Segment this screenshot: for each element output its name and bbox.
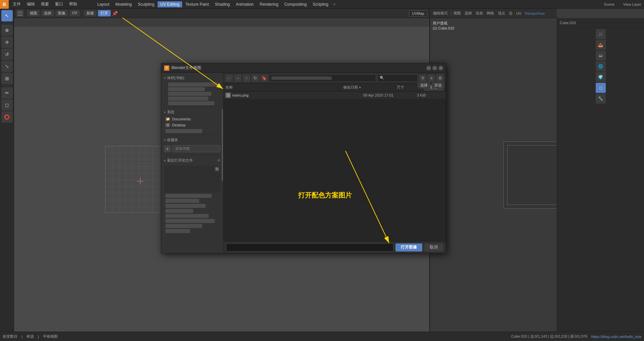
add-bookmark-btn[interactable]: + <box>164 146 171 152</box>
measure-tool-btn[interactable]: ◻ <box>1 99 13 111</box>
tab-modeling[interactable]: Modeling <box>113 1 135 7</box>
empty-row-19 <box>223 232 446 239</box>
empty-row-6 <box>223 136 446 143</box>
back-btn[interactable]: ← <box>225 74 233 82</box>
dialog-minimize-btn[interactable]: — <box>426 66 431 70</box>
refresh-btn[interactable]: ↻ <box>252 74 259 82</box>
path-bar[interactable] <box>269 74 376 82</box>
mesh3d-btn[interactable]: 网格 <box>485 10 495 16</box>
rotate-tool-btn[interactable]: ↺ <box>1 49 13 60</box>
tab-sculpting[interactable]: Sculpting <box>135 1 157 7</box>
prop-modifier-btn[interactable]: 🔧 <box>596 94 606 104</box>
retopoflow-btn[interactable]: RetopoFlow <box>524 11 546 16</box>
tab-animation[interactable]: Animation <box>233 1 256 7</box>
transform-tool-btn[interactable]: ⊞ <box>1 73 13 84</box>
forward-btn[interactable]: → <box>234 74 241 82</box>
file-row-mario[interactable]: 🖼 mario.png 09 Apr 2020 17:01 3 KiB <box>223 92 446 99</box>
desktop-label: Desktop <box>172 123 185 127</box>
menu-help[interactable]: 帮助 <box>66 1 80 8</box>
edit-mode-btn[interactable]: 编辑模式 <box>431 10 450 16</box>
tab-uv-editing[interactable]: UV Editing <box>158 1 182 7</box>
cancel-btn[interactable]: 取消 <box>424 243 443 251</box>
desktop-item[interactable]: 🖥 Desktop <box>161 122 223 128</box>
select-action-btn[interactable]: 选择 <box>418 82 430 89</box>
empty-row-10 <box>223 165 446 173</box>
recent-section-header[interactable]: ▾ 最近打开的文件 ✕ <box>161 157 223 164</box>
file-dialog: B Blender文件视图 — □ ✕ ▾ 体积(书标) <box>161 63 446 253</box>
recent-item-4 <box>165 209 193 213</box>
uv-editor-type-btn[interactable]: ◫ <box>16 9 24 17</box>
cursor-tool-btn[interactable]: ⊕ <box>1 24 13 36</box>
uvmap-selector[interactable]: UVMap <box>409 10 427 16</box>
add3d-btn[interactable]: 添加 <box>474 10 484 16</box>
bookmark-path-btn[interactable]: 🔖 <box>260 74 268 82</box>
select-tool-btn[interactable]: ↖ <box>1 10 13 21</box>
bookmarks-section-header[interactable]: ▾ 收藏夹 <box>161 136 223 144</box>
dialog-title-text: Blender文件视图 <box>171 65 424 71</box>
tab-shading[interactable]: Shading <box>212 1 232 7</box>
uv-view-btn[interactable]: 视图 <box>27 10 40 16</box>
dialog-maximize-btn[interactable]: □ <box>432 66 437 70</box>
edge3d-btn[interactable]: 边 <box>507 10 514 16</box>
up-btn[interactable]: ↑ <box>243 74 250 82</box>
tab-texture-paint[interactable]: Texture Paint <box>183 1 212 7</box>
recent-file-pin-btn[interactable]: ✕ <box>215 167 219 171</box>
prop-scene-btn[interactable]: 🌐 <box>596 61 606 71</box>
empty-row-5 <box>223 128 446 136</box>
open-image-btn[interactable]: 打开图像 <box>395 243 422 251</box>
tab-compositing[interactable]: Compositing <box>282 1 310 7</box>
menu-file[interactable]: 文件 <box>10 1 23 8</box>
prop-output-btn[interactable]: 📤 <box>596 40 606 50</box>
uv3d-btn[interactable]: UV <box>515 11 523 16</box>
status-bar: 改变数目 | 框选 | 平移视图 Cube.010 | 边:0/1,143 | … <box>0 332 644 341</box>
recent-item-1 <box>165 194 212 198</box>
status-link[interactable]: https://blog.csdn.net/hello_tute <box>591 335 641 339</box>
menu-window[interactable]: 窗口 <box>52 1 66 8</box>
volumes-toggle-icon: ▾ <box>164 76 166 80</box>
status-coords: Cube.010 | 边:0/1,143 | 边:0/2,218 | 面:0/1… <box>511 334 587 339</box>
uv-select-btn[interactable]: 选择 <box>41 10 54 16</box>
status-item-4: | <box>38 335 39 339</box>
prop-object-btn[interactable]: ◻ <box>596 83 606 93</box>
prop-render-btn[interactable]: 🎥 <box>596 29 606 39</box>
bookmarks-add-row: + 添加书签 <box>161 144 223 154</box>
view3d-btn[interactable]: 视图 <box>452 10 462 16</box>
vertex3d-btn[interactable]: 顶点 <box>496 10 506 16</box>
filename-input[interactable] <box>226 243 393 251</box>
annotate-tool-btn[interactable]: ✏ <box>1 87 13 99</box>
pin-btn[interactable]: 📌 <box>112 11 118 16</box>
menu-render[interactable]: 视窗 <box>38 1 52 8</box>
new-image-btn[interactable]: 新建 <box>84 10 97 16</box>
scale-tool-btn[interactable]: ⤡ <box>1 61 13 72</box>
file-list-header: 名称 修改日期 ▾ 尺寸 新建 <box>223 83 446 92</box>
move-tool-btn[interactable]: ✛ <box>1 37 13 48</box>
col-date-header[interactable]: 修改日期 ▾ <box>343 85 397 90</box>
empty-row-7 <box>223 143 446 151</box>
volumes-section-header[interactable]: ▾ 体积(书标) <box>161 74 223 82</box>
dialog-close-btn[interactable]: ✕ <box>438 66 443 70</box>
sidebar-scrollbar[interactable] <box>222 109 223 181</box>
deselect-action-btn[interactable]: 弃选 <box>432 82 444 89</box>
view-layer-label: View Layer <box>623 2 641 6</box>
rip-tool-btn[interactable]: ⭕ <box>1 111 13 123</box>
menu-edit[interactable]: 编辑 <box>24 1 38 8</box>
view-toggle-btn[interactable]: ☰ <box>419 74 426 82</box>
tab-rendering[interactable]: Rendering <box>257 1 281 7</box>
system-section-header[interactable]: ▾ 系统 <box>161 108 223 116</box>
documents-item[interactable]: 📁 Documents <box>161 116 223 122</box>
recent-close-btn[interactable]: ✕ <box>217 158 220 163</box>
open-image-btn[interactable]: 打开 <box>98 10 111 16</box>
uv-image-btn[interactable]: 图像 <box>55 10 68 16</box>
settings-btn[interactable]: ⚙ <box>436 74 444 82</box>
filter-btn[interactable]: ≡ <box>428 74 435 82</box>
uv-uv-btn[interactable]: UV <box>69 10 80 16</box>
scene-label: Scene <box>604 2 614 6</box>
prop-world-btn[interactable]: 🌍 <box>596 72 606 82</box>
tab-scripting[interactable]: Scripting <box>310 1 331 7</box>
tab-layout[interactable]: Layout <box>95 1 112 7</box>
status-item-1: 改变数目 <box>3 334 17 339</box>
select3d-btn[interactable]: 选择 <box>463 10 473 16</box>
prop-view-layer-btn[interactable]: 🗂 <box>596 51 606 61</box>
recent-toggle-icon: ▾ <box>164 159 166 162</box>
file-list: 🖼 mario.png 09 Apr 2020 17:01 3 KiB <box>223 92 446 241</box>
